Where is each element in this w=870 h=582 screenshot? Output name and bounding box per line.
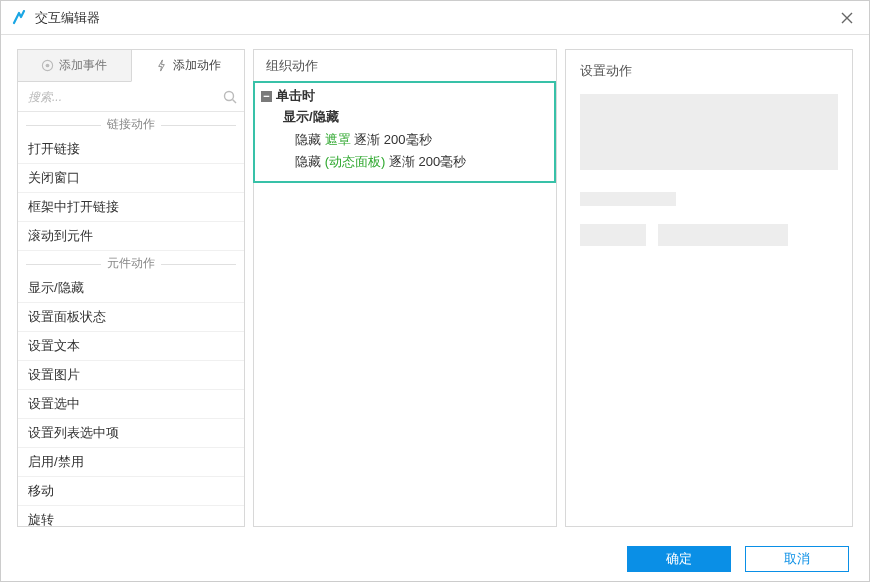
group-header-widget: 元件动作 [18,255,244,272]
action-item[interactable]: 设置面板状态 [18,303,244,332]
action-list[interactable]: 链接动作 打开链接 关闭窗口 框架中打开链接 滚动到元件 元件动作 显示/隐藏 … [18,112,244,526]
left-tabs: 添加事件 添加动作 [18,50,244,82]
search-row [18,82,244,112]
group-header-link-label: 链接动作 [101,117,161,131]
content-area: 添加事件 添加动作 链接动作 打开链接 关闭窗口 框架中 [1,35,869,537]
titlebar: 交互编辑器 [1,1,869,35]
action-line-suffix: 逐渐 200毫秒 [351,132,432,147]
action-item[interactable]: 显示/隐藏 [18,274,244,303]
action-item[interactable]: 移动 [18,477,244,506]
organize-actions-header: 组织动作 [254,50,556,82]
organize-actions-body: − 单击时 显示/隐藏 隐藏 遮罩 逐渐 200毫秒 隐藏 (动态面板) 逐渐 … [253,81,556,526]
action-item[interactable]: 打开链接 [18,135,244,164]
svg-point-1 [46,64,50,68]
placeholder-row [580,224,838,246]
app-logo-icon [11,10,27,26]
action-line-suffix: 逐渐 200毫秒 [385,154,466,169]
close-icon [841,12,853,24]
placeholder-block [580,224,646,246]
action-item[interactable]: 关闭窗口 [18,164,244,193]
collapse-icon[interactable]: − [261,91,272,102]
action-line-target: 遮罩 [325,132,351,147]
action-item[interactable]: 框架中打开链接 [18,193,244,222]
cancel-button[interactable]: 取消 [745,546,849,572]
configure-action-header: 设置动作 [580,62,838,80]
window-title: 交互编辑器 [35,9,835,27]
svg-point-2 [225,91,234,100]
tab-add-event[interactable]: 添加事件 [18,50,131,82]
event-label: 单击时 [276,87,315,105]
action-icon [155,59,168,72]
action-line-prefix: 隐藏 [295,132,325,147]
action-item[interactable]: 设置列表选中项 [18,419,244,448]
action-item[interactable]: 设置选中 [18,390,244,419]
search-icon[interactable] [222,89,238,105]
event-icon [41,59,54,72]
action-item[interactable]: 设置文本 [18,332,244,361]
action-item[interactable]: 滚动到元件 [18,222,244,251]
event-row[interactable]: − 单击时 [261,87,548,105]
dialog-footer: 确定 取消 [1,537,869,581]
action-item[interactable]: 设置图片 [18,361,244,390]
svg-line-3 [233,99,237,103]
right-panel: 设置动作 [565,49,853,527]
action-line-target: (动态面板) [325,154,386,169]
close-button[interactable] [835,6,859,30]
group-header-link: 链接动作 [18,116,244,133]
action-item[interactable]: 启用/禁用 [18,448,244,477]
group-header-widget-label: 元件动作 [101,256,161,270]
ok-button[interactable]: 确定 [627,546,731,572]
tab-add-action[interactable]: 添加动作 [131,50,245,82]
left-panel: 添加事件 添加动作 链接动作 打开链接 关闭窗口 框架中 [17,49,245,527]
action-item[interactable]: 旋转 [18,506,244,526]
action-line-prefix: 隐藏 [295,154,325,169]
tab-add-action-label: 添加动作 [173,57,221,74]
interaction-editor-window: 交互编辑器 添加事件 添加动作 [0,0,870,582]
action-line[interactable]: 隐藏 (动态面板) 逐渐 200毫秒 [261,151,548,173]
event-block[interactable]: − 单击时 显示/隐藏 隐藏 遮罩 逐渐 200毫秒 隐藏 (动态面板) 逐渐 … [253,81,556,183]
placeholder-line [580,192,676,206]
middle-panel: 组织动作 − 单击时 显示/隐藏 隐藏 遮罩 逐渐 200毫秒 隐藏 (动态面板… [253,49,557,527]
placeholder-block [658,224,788,246]
search-input[interactable] [24,82,222,111]
tab-add-event-label: 添加事件 [59,57,107,74]
action-line[interactable]: 隐藏 遮罩 逐渐 200毫秒 [261,129,548,151]
case-label[interactable]: 显示/隐藏 [261,105,548,129]
placeholder-block [580,94,838,170]
